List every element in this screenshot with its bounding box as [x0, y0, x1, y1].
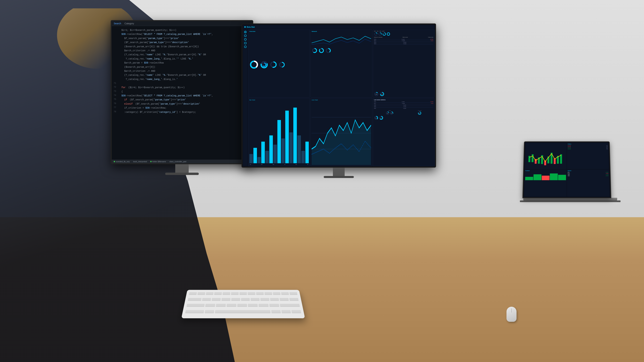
left-monitor-screen: Search Category $i=1; $i<=$search_param_… — [112, 21, 252, 163]
sidebar-nav-3[interactable] — [244, 38, 246, 40]
svg-text:73%: 73% — [381, 94, 383, 95]
svg-point-24 — [387, 33, 390, 35]
dashboard-dot — [244, 26, 246, 28]
scene-container: Search Category $i=1; $i<=$search_param_… — [0, 0, 644, 362]
panel-top-center-title: Network — [312, 31, 371, 32]
donut-chart-2 — [260, 60, 268, 69]
code-line-71: 71 — [114, 82, 250, 85]
dashboard-sidebar — [243, 29, 248, 166]
donut-chart-1 — [250, 60, 258, 69]
stats-rows: 2016 1 week -16.331 2017 2 week -3.211 2… — [374, 38, 433, 90]
left-monitor: Search Category $i=1; $i<=$search_param_… — [111, 20, 253, 181]
trading-panel-4: Market BTC+2.3% ETH-0.8% XRP+1.5% ADA+3.… — [567, 169, 610, 197]
code-line-3: $f_search_param['param_type']==='price' — [114, 36, 250, 40]
code-line-11: $arch_criterion .= AND — [114, 69, 250, 73]
code-line-73: 73 { — [114, 90, 250, 93]
code-line-5: ($search_param_arr[0]) && trim ($search_… — [114, 45, 250, 48]
status-item-2: track_interpreted — [133, 161, 147, 163]
code-line-12: (?_catalog_rec.'name' LIKE '%.'$search_p… — [114, 73, 250, 77]
laptop-screen: Orders 42,1502.3 42,1451.8 42,1303.1 42,… — [523, 142, 610, 197]
code-line-10: ($search_param_arr[0]) — [114, 65, 250, 69]
bottom-right-donut-30: 30% — [390, 111, 394, 115]
laptop-base — [520, 200, 620, 202]
center-donut-3 — [325, 48, 331, 53]
bottom-line-chart — [312, 101, 371, 165]
bottom-right-donut-80: 80% — [418, 111, 422, 115]
wave-chart — [312, 33, 371, 46]
svg-text:20%: 20% — [387, 113, 388, 114]
code-line-6: $arch_criterion .= AND — [114, 49, 250, 52]
code-line-76: 76 elseif ($f_search_param['param_type']… — [114, 102, 250, 106]
code-line-9: $arch_param = $DB->selectRow — [114, 61, 250, 65]
status-item-3: folder/.$filename — [150, 161, 166, 163]
code-line-77: 77 if_criterion = $DB->selectRow; — [114, 106, 250, 110]
right-monitor-base — [324, 176, 354, 178]
donut-chart-3 — [270, 61, 277, 68]
svg-text:65%: 65% — [380, 118, 382, 118]
panel-top-left: Overview — [248, 29, 310, 97]
bottom-right-donut-65: 65% — [379, 116, 384, 120]
status-item-1: xcended_lib_rary — [114, 161, 130, 163]
trading-panel-3: Portfolio — [524, 169, 567, 197]
last-weeks-title: Last weeks statistics — [374, 99, 433, 100]
trading-panel-2: Orders 42,1502.3 42,1451.8 42,1303.1 42,… — [567, 143, 609, 169]
svg-rect-50 — [532, 154, 534, 162]
panel-bottom-left: Bar Chart — [248, 98, 310, 166]
code-line-74: 74 $DB->selectRow('SELECT * FROM ?_catal… — [114, 94, 250, 97]
code-line-8: ?_catalog_rec.'name_lang_'.$lang_is.'' L… — [114, 57, 250, 61]
svg-text:30%: 30% — [391, 113, 392, 114]
panel-bottom-center: Line Chart — [310, 98, 372, 166]
donut-chart-4 — [278, 61, 285, 68]
right-monitor-screen: Beta Stat Overview — [242, 24, 435, 167]
code-editor-content: $i=1; $i<=$search_param_quantity; $i++) … — [112, 26, 252, 116]
right-monitor: Beta Stat Overview — [242, 23, 436, 183]
top-right-donut-3 — [382, 32, 386, 36]
keyboard — [181, 290, 305, 319]
laptop: Orders 42,1502.3 42,1451.8 42,1303.1 42,… — [523, 141, 617, 241]
code-editor-status-bar: xcended_lib_rary track_interpreted folde… — [112, 160, 252, 163]
svg-text:80%: 80% — [419, 113, 420, 114]
donut-charts-row — [250, 33, 309, 96]
panel-bottom-center-title: Line Chart — [312, 99, 371, 101]
last-weeks-stats: 2016 1 week -16.331 2017 2 week -3.211 2… — [374, 101, 433, 109]
right-monitor-bezel: Beta Stat Overview — [242, 23, 436, 168]
dashboard-header: Beta Stat — [243, 25, 434, 29]
panel-top-center: Network — [310, 29, 372, 97]
svg-rect-49 — [528, 156, 530, 162]
right-monitor-stand — [333, 168, 345, 176]
top-right-donut-2 — [378, 32, 382, 36]
laptop-screen-bezel: Orders 42,1502.3 42,1451.8 42,1303.1 42,… — [522, 141, 611, 198]
code-line-13: ?_catalog_rec.'name_lang_'.$lang_is.' — [114, 77, 250, 81]
panel-top-left-title: Overview — [250, 31, 309, 32]
sidebar-nav-1[interactable] — [244, 31, 246, 33]
trading-panel-1 — [525, 143, 567, 169]
code-line-2: $DB->selectRow('SELECT * FROM ?_catalog_… — [114, 32, 250, 36]
stats-donut-73: 73% — [380, 92, 384, 96]
top-right-donut-4 — [386, 32, 390, 36]
sidebar-nav-5[interactable] — [244, 45, 246, 48]
tab-search[interactable]: Search — [114, 22, 121, 25]
code-line-75: 75 if ($f_search_param['param_type']==='… — [114, 98, 250, 102]
top-right-donut-1 — [374, 32, 378, 36]
bar-chart — [250, 101, 309, 164]
panel-top-right: 22% 30% 79% 100% — [373, 29, 434, 97]
svg-text:12%: 12% — [376, 94, 377, 95]
sidebar-nav-2[interactable] — [244, 34, 246, 37]
code-line-1: $i=1; $i<=$search_param_quantity; $i++) — [114, 28, 250, 32]
svg-text:40%: 40% — [376, 118, 377, 118]
stats-donut-12: 12% — [374, 92, 379, 96]
center-donut-1 — [312, 48, 318, 53]
bottom-right-donut-40: 40% — [374, 116, 378, 120]
sidebar-nav-4[interactable] — [244, 42, 246, 44]
panel-bottom-right: Last weeks statistics 2016 1 week -16.33… — [373, 98, 434, 166]
code-line-78: 78 :category) $f_criterion['category_id'… — [114, 110, 250, 114]
left-monitor-stand — [175, 164, 189, 173]
tab-category[interactable]: Category — [124, 22, 134, 25]
center-donut-2 — [318, 48, 324, 53]
code-editor-tabs: Search Category — [112, 21, 252, 26]
dashboard-title: Beta Stat — [247, 26, 255, 28]
code-line-4: ($f_search_param['param_type']==='descri… — [114, 40, 250, 44]
status-item-4: class_controller_part — [170, 161, 186, 163]
mouse — [506, 307, 516, 322]
bottom-right-donut-20: 20% — [386, 111, 390, 115]
